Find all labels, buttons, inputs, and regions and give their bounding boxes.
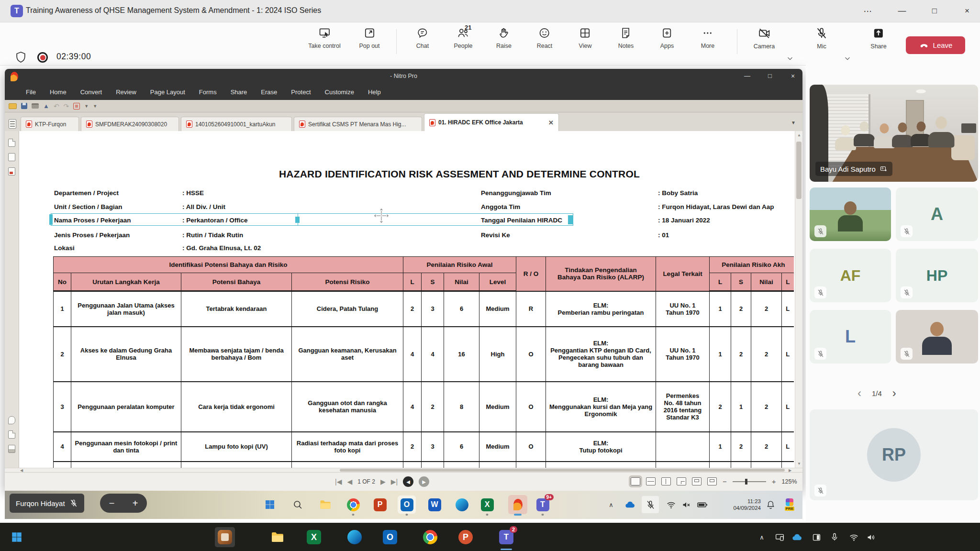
outlook-icon[interactable]: O (381, 528, 399, 546)
print-icon[interactable] (32, 103, 39, 109)
view-fullscreen-icon[interactable] (692, 477, 702, 485)
participant-tile[interactable]: RP (810, 409, 978, 500)
email-icon[interactable]: ▲ (43, 103, 49, 109)
prev-page-icon[interactable]: ◀ (347, 478, 352, 485)
leave-button[interactable]: Leave (906, 36, 965, 54)
tab-close-icon[interactable]: ✕ (548, 119, 554, 126)
typing-tool-icon[interactable] (73, 103, 80, 110)
share-button[interactable]: Share (870, 27, 886, 50)
tab-overflow-chevron-icon[interactable]: ▼ (791, 120, 796, 125)
chat-button[interactable]: Chat (416, 27, 429, 49)
menu-protect[interactable]: Protect (291, 88, 311, 96)
history-back-icon[interactable]: ◀ (403, 476, 413, 487)
participant-tile[interactable] (896, 310, 978, 364)
outlook-icon-inner[interactable]: O (399, 496, 415, 513)
pages-panel-icon[interactable] (8, 139, 15, 147)
menu-page-layout[interactable]: Page Layout (150, 88, 185, 96)
view-facing-continuous-icon[interactable] (677, 477, 686, 485)
doc-tab[interactable]: 1401052604910001_kartuAkun (181, 117, 292, 131)
pdf-page[interactable]: HAZARD IDENTIFICATION RISK ASSESMENT AND… (19, 131, 795, 468)
view-continuous-icon[interactable] (646, 477, 656, 485)
start-button[interactable] (8, 528, 26, 546)
tray-expand-icon[interactable]: ∧ (753, 528, 771, 546)
people-button[interactable]: 21 People (454, 27, 473, 49)
doc-tab[interactable]: SMFDMERAK24090308020 (81, 117, 179, 131)
nitro-icon-inner[interactable] (510, 496, 526, 513)
zoom-in-icon[interactable]: + (133, 498, 138, 509)
maximize-button[interactable]: □ (926, 4, 943, 18)
attachments-panel-icon[interactable] (8, 430, 15, 439)
menu-home[interactable]: Home (50, 88, 67, 96)
scrollbar-thumb[interactable] (796, 142, 802, 199)
tray-layout-icon[interactable] (807, 528, 825, 546)
selection-handle[interactable] (295, 217, 300, 223)
comments-panel-icon[interactable] (8, 416, 15, 424)
next-page-icon[interactable]: ▶ (380, 478, 386, 485)
start-button-inner[interactable] (262, 496, 278, 513)
view-facing-icon[interactable] (661, 477, 671, 485)
search-button-inner[interactable] (290, 496, 306, 513)
menu-share[interactable]: Share (231, 88, 247, 96)
participant-tile[interactable]: A (896, 187, 978, 241)
close-button[interactable]: × (959, 4, 975, 18)
mic-options-chevron-icon[interactable] (843, 54, 852, 63)
file-explorer-icon[interactable] (268, 528, 287, 546)
zoom-in-icon[interactable]: + (772, 477, 776, 485)
pane-toggle-icon[interactable] (9, 119, 16, 129)
zoom-out-icon[interactable]: − (723, 477, 727, 485)
bookmarks-panel-icon[interactable] (8, 153, 15, 161)
tray-battery-icon[interactable] (694, 496, 710, 513)
react-button[interactable]: React (537, 27, 553, 49)
page-next-icon[interactable]: › (892, 386, 896, 400)
word-icon[interactable]: W (426, 496, 443, 513)
mic-button[interactable]: Mic (815, 27, 828, 50)
tray-expand-icon[interactable]: ∧ (603, 496, 619, 513)
teams-icon-inner[interactable]: T 9+ (535, 496, 551, 513)
selection-handle[interactable] (49, 214, 53, 225)
open-icon[interactable] (9, 103, 17, 109)
nitro-minimize-button[interactable]: — (744, 72, 750, 79)
minimize-button[interactable]: — (894, 4, 910, 18)
zoom-slider-thumb[interactable] (745, 479, 747, 485)
chrome-icon[interactable] (345, 496, 361, 513)
text-selection-box[interactable] (51, 213, 573, 226)
save-icon[interactable] (21, 103, 27, 109)
participant-tile[interactable]: AF (810, 249, 891, 302)
scroll-down-icon[interactable]: ▼ (797, 462, 801, 466)
tray-volume-icon[interactable] (862, 528, 880, 546)
scrollbar-thumb[interactable] (340, 469, 785, 472)
tray-mic-icon[interactable] (825, 528, 844, 546)
doc-tab[interactable]: KTP-Furqon (21, 117, 79, 131)
copilot-icon[interactable]: PRE (781, 496, 798, 513)
tray-alarm-icon[interactable] (762, 496, 779, 513)
participant-tile[interactable]: L (810, 310, 891, 364)
take-control-button[interactable]: Take control (308, 27, 340, 49)
edge-icon-inner[interactable] (454, 496, 470, 513)
teams-icon[interactable]: T 2 (497, 528, 515, 546)
redo-icon[interactable]: ↷ (64, 102, 69, 110)
raise-hand-button[interactable]: Raise (496, 27, 512, 49)
menu-file[interactable]: File (26, 88, 36, 96)
view-fullwidth-icon[interactable] (707, 477, 717, 485)
view-button[interactable]: View (579, 27, 592, 49)
tray-volume-muted-icon[interactable] (678, 496, 694, 513)
camera-button[interactable]: Camera (754, 27, 775, 50)
vertical-scrollbar[interactable]: ▲ ▼ (795, 131, 802, 468)
tray-cast-icon[interactable] (770, 528, 789, 546)
file-explorer-icon[interactable] (317, 496, 334, 513)
onedrive-icon-inner[interactable] (622, 496, 638, 513)
snip-tool-icon[interactable] (216, 528, 234, 546)
horizontal-scrollbar[interactable]: ◀ ▶ (5, 468, 802, 472)
zoom-out-icon[interactable]: − (109, 498, 115, 509)
menu-help[interactable]: Help (368, 88, 381, 96)
history-forward-icon[interactable]: ▶ (419, 476, 429, 487)
chrome-icon[interactable] (421, 528, 439, 546)
more-button[interactable]: More (701, 27, 714, 49)
onedrive-icon[interactable] (788, 528, 806, 546)
last-page-icon[interactable]: ▶| (391, 478, 398, 485)
titlebar-more-icon[interactable]: ⋯ (859, 4, 876, 18)
pop-out-button[interactable]: Pop out (359, 27, 379, 49)
tray-mic-off-icon[interactable] (642, 496, 658, 513)
powerpoint-icon-inner[interactable]: P (372, 496, 388, 513)
excel-icon[interactable]: X (305, 528, 323, 546)
